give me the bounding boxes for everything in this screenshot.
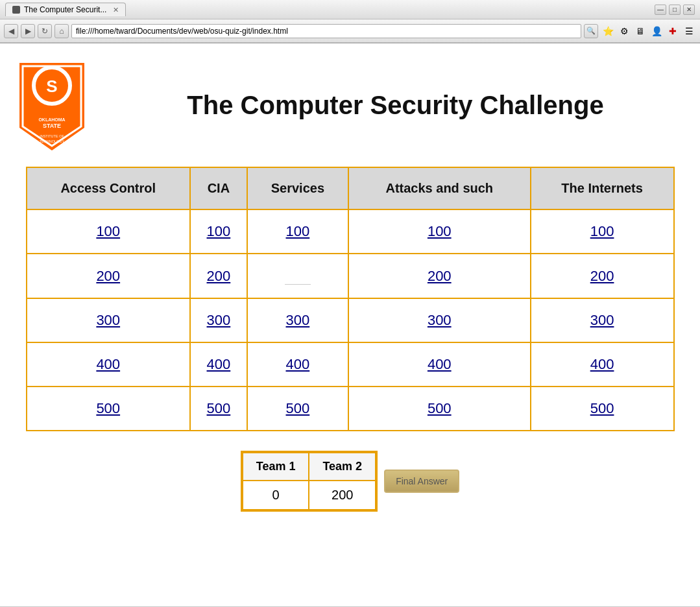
address-bar[interactable]	[71, 24, 581, 38]
team2-header: Team 2	[309, 453, 376, 481]
col-header-attacks: Attacks and such	[348, 167, 531, 209]
link-ac-300[interactable]: 300	[96, 312, 120, 328]
bookmark-icon[interactable]: ⭐	[601, 24, 615, 38]
final-answer-button[interactable]: Final Answer	[384, 470, 459, 493]
settings-icon[interactable]: ⚙	[617, 24, 631, 38]
cell-atk-100: 100	[348, 209, 531, 254]
cell-ac-500: 500	[27, 387, 190, 431]
team1-header: Team 1	[243, 453, 309, 481]
cell-int-200: 200	[531, 254, 674, 298]
link-svc-500[interactable]: 500	[286, 400, 310, 416]
nav-bar: ◀ ▶ ↻ ⌂ 🔍 ⭐ ⚙ 🖥 👤 ✚ ☰	[0, 19, 700, 43]
table-row: 100 100 100 100 100	[27, 209, 674, 254]
monitor-icon[interactable]: 🖥	[633, 24, 647, 38]
link-atk-200[interactable]: 200	[428, 268, 452, 284]
link-cia-100[interactable]: 100	[207, 223, 231, 239]
tab-title: The Computer Securit...	[24, 5, 106, 14]
link-ac-400[interactable]: 400	[96, 356, 120, 372]
link-svc-300[interactable]: 300	[286, 312, 310, 328]
osu-logo: S OKLAHOMA STATE INSTITUTE OF TECHNOLOGY	[13, 56, 91, 154]
col-header-cia: CIA	[190, 167, 247, 209]
cell-svc-400: 400	[247, 342, 348, 387]
col-header-access-control: Access Control	[27, 167, 190, 209]
team1-score: 0	[243, 481, 309, 510]
forward-btn[interactable]: ▶	[21, 24, 35, 38]
score-header-row: Team 1 Team 2	[243, 453, 376, 481]
cell-cia-500: 500	[190, 387, 247, 431]
svg-text:INSTITUTE OF: INSTITUTE OF	[40, 134, 64, 138]
svg-text:OKLAHOMA: OKLAHOMA	[38, 117, 65, 122]
profile-icon[interactable]: 👤	[649, 24, 664, 38]
cell-int-300: 300	[531, 298, 674, 342]
link-ac-200[interactable]: 200	[96, 268, 120, 284]
score-wrapper: Team 1 Team 2 0 200	[241, 451, 378, 512]
col-header-internets: The Internets	[531, 167, 674, 209]
cell-ac-300: 300	[27, 298, 190, 342]
window-controls: — □ ✕	[655, 5, 695, 15]
logo-container: S OKLAHOMA STATE INSTITUTE OF TECHNOLOGY	[13, 56, 91, 154]
page-content: S OKLAHOMA STATE INSTITUTE OF TECHNOLOGY…	[0, 43, 700, 606]
team2-score: 200	[309, 481, 376, 510]
link-atk-300[interactable]: 300	[428, 312, 452, 328]
link-ac-100[interactable]: 100	[96, 223, 120, 239]
link-atk-400[interactable]: 400	[428, 356, 452, 372]
addon-icon[interactable]: ✚	[666, 24, 680, 38]
page-title: The Computer Security Challenge	[104, 91, 687, 120]
score-table: Team 1 Team 2 0 200	[242, 452, 376, 510]
table-row: 300 300 300 300 300	[27, 298, 674, 342]
browser-chrome: The Computer Securit... ✕ — □ ✕ ◀ ▶ ↻ ⌂ …	[0, 0, 700, 43]
score-row: 0 200	[243, 481, 376, 510]
search-btn[interactable]: 🔍	[584, 24, 598, 38]
link-cia-400[interactable]: 400	[207, 356, 231, 372]
tab-close-btn[interactable]: ✕	[113, 6, 119, 14]
cell-svc-500: 500	[247, 387, 348, 431]
browser-tab[interactable]: The Computer Securit... ✕	[5, 3, 126, 16]
link-int-100[interactable]: 100	[590, 223, 614, 239]
table-row: 200 200 200 200	[27, 254, 674, 298]
score-area: Team 1 Team 2 0 200 Final Answer	[13, 451, 687, 512]
cell-int-400: 400	[531, 342, 674, 387]
link-svc-100[interactable]: 100	[286, 223, 310, 239]
cell-ac-200: 200	[27, 254, 190, 298]
table-row: 500 500 500 500 500	[27, 387, 674, 431]
toolbar-icons: ⭐ ⚙ 🖥 👤 ✚ ☰	[601, 24, 696, 38]
table-header-row: Access Control CIA Services Attacks and …	[27, 167, 674, 209]
link-int-500[interactable]: 500	[590, 400, 614, 416]
menu-icon[interactable]: ☰	[682, 24, 696, 38]
home-btn[interactable]: ⌂	[54, 24, 69, 38]
cell-cia-200: 200	[190, 254, 247, 298]
cell-cia-300: 300	[190, 298, 247, 342]
link-atk-500[interactable]: 500	[428, 400, 452, 416]
link-int-200[interactable]: 200	[590, 268, 614, 284]
link-cia-300[interactable]: 300	[207, 312, 231, 328]
svg-text:S: S	[46, 77, 57, 96]
header-area: S OKLAHOMA STATE INSTITUTE OF TECHNOLOGY…	[13, 56, 687, 154]
cell-svc-300: 300	[247, 298, 348, 342]
cell-svc-100: 100	[247, 209, 348, 254]
title-bar: The Computer Securit... ✕ — □ ✕	[0, 0, 700, 19]
cell-atk-200: 200	[348, 254, 531, 298]
link-int-400[interactable]: 400	[590, 356, 614, 372]
link-svc-400[interactable]: 400	[286, 356, 310, 372]
minimize-btn[interactable]: —	[655, 5, 666, 15]
table-row: 400 400 400 400 400	[27, 342, 674, 387]
cell-ac-400: 400	[27, 342, 190, 387]
cell-int-100: 100	[531, 209, 674, 254]
cell-svc-200-empty	[247, 254, 348, 298]
link-int-300[interactable]: 300	[590, 312, 614, 328]
link-cia-500[interactable]: 500	[207, 400, 231, 416]
maximize-btn[interactable]: □	[669, 5, 681, 15]
back-btn[interactable]: ◀	[4, 24, 18, 38]
cell-cia-100: 100	[190, 209, 247, 254]
svg-text:STATE: STATE	[43, 123, 61, 129]
link-cia-200[interactable]: 200	[207, 268, 231, 284]
cell-atk-300: 300	[348, 298, 531, 342]
cell-ac-100: 100	[27, 209, 190, 254]
link-ac-500[interactable]: 500	[96, 400, 120, 416]
link-atk-100[interactable]: 100	[428, 223, 452, 239]
svg-text:TECHNOLOGY: TECHNOLOGY	[40, 139, 65, 143]
reload-btn[interactable]: ↻	[38, 24, 52, 38]
close-btn[interactable]: ✕	[683, 5, 695, 15]
tab-favicon	[12, 6, 20, 14]
col-header-services: Services	[247, 167, 348, 209]
